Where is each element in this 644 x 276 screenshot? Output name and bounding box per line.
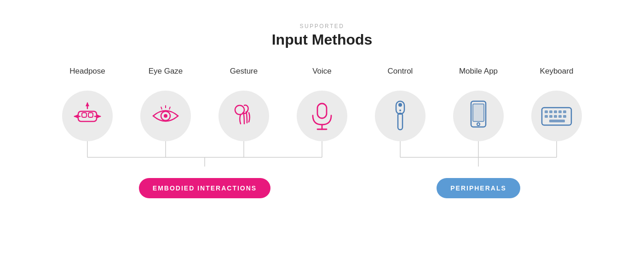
eye-icon [151,104,180,127]
keyboard-icon [541,105,572,127]
svg-rect-23 [473,104,484,121]
svg-rect-20 [398,113,402,130]
page-title: Input Methods [272,31,373,48]
headpose-icon [74,102,101,130]
gesture-icon [230,102,257,130]
svg-rect-32 [545,115,548,118]
svg-rect-30 [558,110,562,113]
icon-gesture [218,91,269,141]
icon-mobile-col [439,91,518,141]
svg-point-21 [399,109,401,111]
page-layout: SUPPORTED Input Methods Headpose Eye Gaz… [46,23,598,198]
icon-mobile [453,91,504,141]
labels-row: Headpose Eye Gaze Gesture Voice Control [48,67,596,84]
controller-icon [392,100,408,132]
mobile-icon [467,100,489,132]
svg-rect-37 [549,120,565,122]
label-mobile-app: Mobile App [439,67,518,84]
svg-rect-31 [563,110,566,113]
icon-control [375,91,426,141]
microphone-icon [310,102,334,130]
label-voice: Voice [283,67,361,84]
svg-rect-28 [549,110,552,113]
svg-rect-35 [558,115,562,118]
svg-rect-1 [82,113,86,117]
label-gesture: Gesture [205,67,283,84]
svg-rect-34 [554,115,557,118]
label-control: Control [361,67,439,84]
label-headpose: Headpose [48,67,126,84]
svg-line-13 [169,107,170,109]
icon-keyboard [531,91,582,141]
svg-rect-27 [545,110,548,113]
svg-point-19 [398,103,402,107]
svg-rect-0 [78,111,97,121]
label-eye-gaze: Eye Gaze [126,67,205,84]
connectors-badges-row: EMBODIED INTERACTIONS PERIPHERALS [48,141,596,198]
peripherals-labels: Control Mobile App Keyboard [361,67,596,84]
peripherals-connector-svg [361,141,596,178]
circles-row [48,91,596,141]
header-sup: SUPPORTED [272,23,373,29]
icon-headpose [62,91,113,141]
icon-eye-gaze-col [126,91,205,141]
label-keyboard: Keyboard [518,67,596,84]
svg-marker-4 [86,102,89,106]
svg-point-25 [477,123,480,126]
icon-eye-gaze [140,91,191,141]
svg-rect-2 [88,113,93,117]
peripherals-badge[interactable]: PERIPHERALS [437,178,520,198]
embodied-labels: Headpose Eye Gaze Gesture Voice [48,67,361,84]
icon-control-col [361,91,439,141]
svg-marker-6 [74,115,78,118]
icon-headpose-col [48,91,126,141]
embodied-connector-svg [48,141,361,178]
svg-marker-8 [97,115,101,118]
icon-voice [297,91,347,141]
svg-rect-33 [549,115,552,118]
peripherals-connector: PERIPHERALS [361,141,596,198]
embodied-connector: EMBODIED INTERACTIONS [48,141,361,198]
embodied-interactions-badge[interactable]: EMBODIED INTERACTIONS [139,178,270,198]
svg-rect-36 [563,115,566,118]
icon-gesture-col [205,91,283,141]
icon-keyboard-col [518,91,596,141]
page-header: SUPPORTED Input Methods [272,23,373,48]
svg-point-10 [164,114,167,118]
svg-line-12 [161,107,162,109]
svg-rect-29 [554,110,557,113]
input-methods-section: Headpose Eye Gaze Gesture Voice Control [46,67,598,198]
icon-voice-col [283,91,361,141]
svg-rect-15 [317,104,327,118]
